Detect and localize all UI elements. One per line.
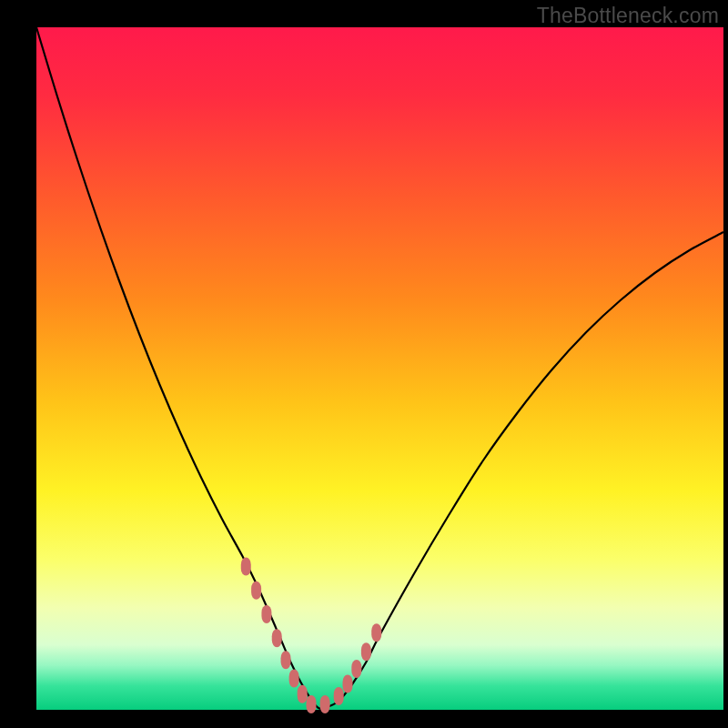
curve-marker — [307, 695, 317, 713]
curve-marker — [320, 695, 330, 713]
curve-marker — [261, 605, 271, 623]
plot-background — [36, 27, 723, 710]
curve-marker — [361, 642, 371, 661]
curve-marker — [351, 660, 361, 678]
chart-stage: TheBottleneck.com — [0, 0, 728, 728]
curve-marker — [371, 623, 381, 642]
curve-marker — [343, 675, 353, 693]
curve-marker — [298, 685, 308, 703]
curve-marker — [251, 581, 261, 600]
bottleneck-chart — [0, 0, 728, 728]
curve-marker — [281, 651, 291, 669]
curve-marker — [289, 670, 299, 688]
curve-marker — [272, 629, 282, 647]
watermark-text: TheBottleneck.com — [537, 4, 719, 28]
curve-marker — [241, 558, 251, 576]
curve-marker — [334, 687, 344, 705]
